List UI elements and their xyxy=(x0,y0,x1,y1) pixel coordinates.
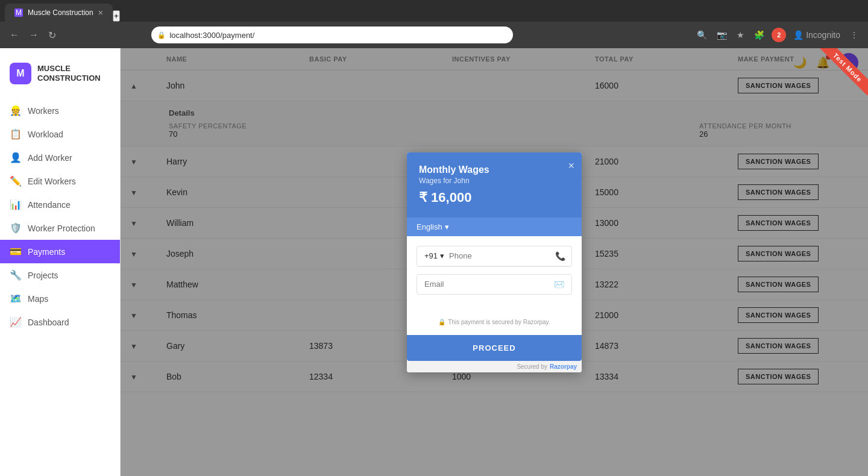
tab-favicon: M xyxy=(14,8,23,17)
sidebar-item-projects[interactable]: 🔧 Projects xyxy=(0,263,120,287)
modal-overlay[interactable]: × Monthly Wages Wages for John ₹ 16,000 … xyxy=(121,48,868,476)
modal-amount: ₹ 16,000 xyxy=(419,190,570,205)
sidebar-item-attendance[interactable]: 📊 Attendance xyxy=(0,193,120,216)
sidebar-item-maps[interactable]: 🗺️ Maps xyxy=(0,287,120,310)
language-select[interactable]: English ▾ xyxy=(417,222,449,231)
sidebar-item-label: Projects xyxy=(28,271,58,280)
profile-button[interactable]: 👤 Incognito xyxy=(791,28,843,42)
chevron-down-icon: ▾ xyxy=(440,251,444,260)
sidebar-item-add-worker[interactable]: 👤 Add Worker xyxy=(0,146,120,169)
modal-header: × Monthly Wages Wages for John ₹ 16,000 xyxy=(407,152,582,218)
modal-subtitle: Wages for John xyxy=(419,177,570,185)
sidebar-item-label: Add Worker xyxy=(28,153,72,163)
sidebar-nav: 👷 Workers 📋 Workload 👤 Add Worker ✏️ Edi… xyxy=(0,99,120,476)
sidebar-item-workers[interactable]: 👷 Workers xyxy=(0,99,120,122)
extension-badge: 2 xyxy=(772,28,786,42)
address-bar[interactable]: 🔒 localhost:3000/payment/ xyxy=(151,27,513,43)
workload-icon: 📋 xyxy=(10,128,22,140)
maps-icon: 🗺️ xyxy=(10,293,22,304)
menu-button[interactable]: ⋮ xyxy=(848,28,861,42)
language-bar: English ▾ xyxy=(407,218,582,236)
back-button[interactable]: ← xyxy=(7,27,22,43)
sidebar-item-edit-workers[interactable]: ✏️ Edit Workers xyxy=(0,169,120,193)
sidebar-item-dashboard[interactable]: 📈 Dashboard xyxy=(0,310,120,334)
secured-by-label: Secured by xyxy=(517,363,547,370)
star-button[interactable]: ★ xyxy=(734,28,747,42)
secured-text: 🔒 This payment is secured by Razorpay. xyxy=(417,319,572,325)
sidebar-item-label: Edit Workers xyxy=(28,177,76,186)
forward-button[interactable]: → xyxy=(27,27,41,43)
phone-field-group: +91 ▾ 📞 xyxy=(417,246,572,267)
country-row: +91 ▾ 📞 xyxy=(417,246,571,266)
url-display: localhost:3000/payment/ xyxy=(169,31,254,40)
modal-body: English ▾ +91 ▾ 📞 xyxy=(407,218,582,372)
sidebar: M MUSCLECONSTRUCTION 👷 Workers 📋 Workloa… xyxy=(0,48,121,476)
razorpay-bar: Secured by Razorpay xyxy=(407,361,582,372)
country-code-value: +91 xyxy=(424,251,438,260)
modal-footer: 🔒 This payment is secured by Razorpay. xyxy=(407,312,582,335)
tab-title: Muscle Construction xyxy=(28,8,93,17)
sidebar-item-label: Workers xyxy=(28,106,59,116)
worker-protection-icon: 🛡️ xyxy=(10,222,22,234)
main-content: Test Mode 🌙 🔔 NAME BASIC PAY INCENTIVES … xyxy=(121,48,868,476)
payment-form: +91 ▾ 📞 ✉️ xyxy=(407,236,582,312)
logo-icon: M xyxy=(10,63,31,84)
add-worker-icon: 👤 xyxy=(10,152,22,163)
workers-icon: 👷 xyxy=(10,105,22,116)
proceed-button[interactable]: PROCEED xyxy=(407,335,582,361)
email-input[interactable] xyxy=(424,280,554,289)
sidebar-item-workload[interactable]: 📋 Workload xyxy=(0,122,120,146)
toolbar-icons: 🔍 📷 ★ 🧩 2 👤 Incognito ⋮ xyxy=(694,28,861,42)
email-icon: ✉️ xyxy=(554,280,564,289)
email-row: ✉️ xyxy=(417,275,571,294)
payments-icon: 💳 xyxy=(10,246,22,257)
modal-title: Monthly Wages xyxy=(419,164,570,175)
chevron-down-icon: ▾ xyxy=(445,222,449,231)
lock-icon: 🔒 xyxy=(438,319,445,325)
sidebar-item-label: Attendance xyxy=(28,200,71,210)
extensions-button[interactable]: 🧩 xyxy=(752,28,767,42)
country-code[interactable]: +91 ▾ xyxy=(424,251,444,260)
lock-icon: 🔒 xyxy=(157,31,166,39)
attendance-icon: 📊 xyxy=(10,199,22,210)
sidebar-logo: M MUSCLECONSTRUCTION xyxy=(0,58,120,99)
camera-button[interactable]: 📷 xyxy=(714,28,729,42)
refresh-button[interactable]: ↻ xyxy=(46,27,58,43)
sidebar-item-label: Maps xyxy=(28,294,48,304)
phone-icon: 📞 xyxy=(555,251,565,261)
modal-close-button[interactable]: × xyxy=(568,160,574,172)
language-value: English xyxy=(417,222,442,231)
payment-modal: × Monthly Wages Wages for John ₹ 16,000 … xyxy=(407,152,582,372)
dashboard-icon: 📈 xyxy=(10,316,22,328)
tab-close-button[interactable]: × xyxy=(98,8,103,17)
razorpay-logo: Razorpay xyxy=(550,363,577,370)
sidebar-item-payments[interactable]: 💳 Payments xyxy=(0,240,120,263)
phone-input[interactable] xyxy=(449,251,550,260)
sidebar-item-worker-protection[interactable]: 🛡️ Worker Protection xyxy=(0,216,120,240)
logo-text: MUSCLECONSTRUCTION xyxy=(37,64,101,83)
edit-workers-icon: ✏️ xyxy=(10,175,22,187)
email-field-group: ✉️ xyxy=(417,274,572,295)
zoom-button[interactable]: 🔍 xyxy=(694,28,709,42)
sidebar-item-label: Payments xyxy=(28,247,65,257)
test-mode-text: Test Mode xyxy=(820,48,868,95)
sidebar-item-label: Dashboard xyxy=(28,318,69,327)
projects-icon: 🔧 xyxy=(10,269,22,281)
new-tab-button[interactable]: + xyxy=(113,10,120,22)
browser-tab[interactable]: M Muscle Construction × xyxy=(5,4,113,22)
sidebar-item-label: Worker Protection xyxy=(28,224,95,233)
sidebar-item-label: Workload xyxy=(28,130,63,139)
test-mode-ribbon: Test Mode xyxy=(808,48,868,108)
